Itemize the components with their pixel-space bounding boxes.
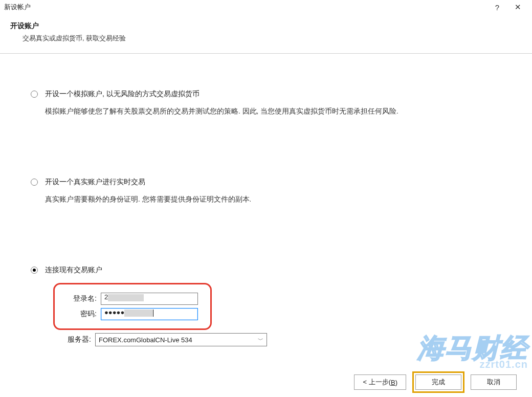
login-input[interactable]: 2 — [101, 293, 198, 305]
server-row: 服务器: FOREX.comGlobalCN-Live 534 ﹀ — [63, 333, 501, 346]
help-icon[interactable]: ? — [487, 0, 507, 14]
window-title: 新设帐户 — [4, 3, 31, 12]
radio-real[interactable] — [31, 179, 38, 186]
radio-demo[interactable] — [31, 91, 38, 98]
option-demo-desc: 模拟账户能够使您了解有关股票交易所的交易并测试您的策略. 因此, 当您使用真实虚… — [45, 107, 501, 116]
wizard-footer: < 上一步(B) 完成 取消 — [0, 367, 532, 397]
back-button[interactable]: < 上一步(B) — [354, 374, 406, 390]
option-demo-title: 开设一个模拟账户, 以无风险的方式交易虚拟货币 — [45, 90, 199, 99]
server-select[interactable]: FOREX.comGlobalCN-Live 534 ﹀ — [95, 333, 267, 346]
finish-button-label: 完成 — [432, 378, 445, 387]
text-caret — [153, 310, 153, 317]
close-icon[interactable]: ✕ — [507, 0, 528, 14]
password-label: 密码: — [65, 310, 101, 319]
page-subtitle: 交易真实或虚拟货币, 获取交易经验 — [23, 34, 522, 43]
cancel-button-label: 取消 — [487, 378, 500, 387]
cancel-button[interactable]: 取消 — [471, 374, 517, 390]
chevron-down-icon: ﹀ — [258, 336, 263, 344]
wizard-content: 开设一个模拟账户, 以无风险的方式交易虚拟货币 模拟账户能够使您了解有关股票交易… — [0, 54, 532, 346]
login-value-visible: 2 — [104, 293, 108, 301]
back-button-post: ) — [395, 379, 397, 386]
finish-button[interactable]: 完成 — [415, 374, 461, 390]
password-redacted — [124, 310, 152, 317]
server-value: FOREX.comGlobalCN-Live 534 — [99, 336, 192, 344]
password-row: 密码: ●●●●● — [65, 308, 200, 320]
server-label: 服务器: — [63, 335, 95, 344]
credentials-highlight-box: 登录名: 2 密码: ●●●●● — [53, 283, 212, 330]
back-button-pre: < 上一步( — [363, 378, 391, 387]
option-real-account[interactable]: 开设一个真实账户进行实时交易 真实账户需要额外的身份证明. 您将需要提供身份证明… — [31, 178, 501, 204]
login-redacted — [108, 294, 144, 301]
password-dots: ●●●●● — [104, 308, 124, 316]
option-existing-title: 连接现有交易账户 — [45, 266, 102, 275]
option-real-desc: 真实账户需要额外的身份证明. 您将需要提供身份证明文件的副本. — [45, 195, 501, 204]
back-button-hotkey: B — [391, 379, 395, 386]
radio-existing[interactable] — [31, 267, 38, 274]
option-demo-account[interactable]: 开设一个模拟账户, 以无风险的方式交易虚拟货币 模拟账户能够使您了解有关股票交易… — [31, 90, 501, 116]
option-real-title: 开设一个真实账户进行实时交易 — [45, 178, 145, 187]
option-existing-account[interactable]: 连接现有交易账户 登录名: 2 密码: ●●●●● 服务器: FOREX.com… — [31, 266, 501, 346]
login-row: 登录名: 2 — [65, 293, 200, 305]
titlebar: 新设帐户 ? ✕ — [0, 0, 532, 14]
wizard-header: 开设账户 交易真实或虚拟货币, 获取交易经验 — [0, 14, 532, 54]
password-input[interactable]: ●●●●● — [101, 308, 198, 320]
login-label: 登录名: — [65, 294, 101, 303]
page-title: 开设账户 — [10, 21, 522, 31]
